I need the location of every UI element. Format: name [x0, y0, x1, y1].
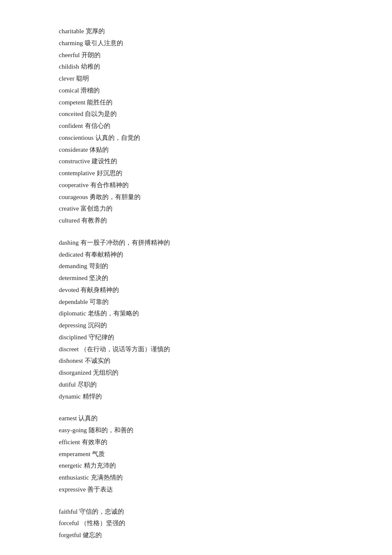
english-word: dynamic: [59, 393, 81, 400]
english-word: dedicated: [59, 251, 83, 258]
chinese-translation: 健忘的: [83, 532, 102, 538]
word-line: conscientious认真的，自觉的: [59, 132, 392, 144]
chinese-translation: 老练的，有策略的: [88, 310, 139, 317]
word-line: emperament气质: [59, 448, 392, 460]
english-word: faithful: [59, 508, 78, 515]
word-line: comical滑稽的: [59, 85, 392, 97]
word-line: dynamic精悍的: [59, 391, 392, 403]
english-word: discreet: [59, 346, 79, 353]
chinese-translation: 建设性的: [92, 158, 117, 165]
word-line: depressing沉闷的: [59, 320, 392, 332]
english-word: disorganized: [59, 369, 91, 376]
english-word: childish: [59, 63, 79, 70]
english-word: expressive: [59, 486, 86, 493]
word-line: diplomatic老练的，有策略的: [59, 308, 392, 320]
english-word: cooperative: [59, 182, 89, 188]
english-word: constructive: [59, 158, 90, 165]
chinese-translation: （在行动，说话等方面）谨慎的: [81, 346, 170, 353]
word-line: determined坚决的: [59, 272, 392, 284]
english-word: courageous: [59, 194, 88, 200]
chinese-translation: 有合作精神的: [90, 182, 129, 188]
chinese-translation: 认真的，自觉的: [95, 134, 140, 141]
english-word: devoted: [59, 286, 79, 293]
chinese-translation: 富创造力的: [81, 205, 112, 212]
english-word: clever: [59, 75, 75, 82]
word-line: dependable可靠的: [59, 296, 392, 308]
word-line: childish幼稚的: [59, 61, 392, 73]
word-line: disorganized无组织的: [59, 367, 392, 379]
english-word: earnest: [59, 415, 77, 422]
english-word: forgetful: [59, 532, 81, 538]
chinese-translation: 沉闷的: [88, 322, 107, 329]
english-word: diplomatic: [59, 310, 86, 317]
word-line: charitable宽厚的: [59, 26, 392, 38]
chinese-translation: 守信的，忠诚的: [79, 508, 124, 515]
english-word: charitable: [59, 28, 84, 35]
word-line: considerate体贴的: [59, 144, 392, 156]
word-line: competent能胜任的: [59, 97, 392, 109]
chinese-translation: 有奉献精神的: [85, 251, 123, 258]
english-word: emperament: [59, 451, 90, 457]
english-word: easy-going: [59, 427, 87, 434]
word-section-d-section: dashing有一股子冲劲的，有拼搏精神的dedicated有奉献精神的dema…: [59, 237, 392, 403]
english-word: charming: [59, 40, 83, 46]
chinese-translation: 有信心的: [85, 122, 110, 129]
english-word: cheerful: [59, 52, 80, 58]
english-word: depressing: [59, 322, 86, 329]
english-word: comical: [59, 87, 79, 94]
chinese-translation: 勇敢的，有胆量的: [89, 194, 141, 200]
chinese-translation: 精悍的: [83, 393, 102, 400]
chinese-translation: 聪明: [76, 75, 89, 82]
english-word: conscientious: [59, 134, 94, 141]
english-word: dependable: [59, 298, 88, 305]
chinese-translation: 认真的: [78, 415, 98, 422]
word-line: creative富创造力的: [59, 203, 392, 215]
english-word: energetic: [59, 462, 82, 469]
chinese-translation: 善于表达: [87, 486, 113, 493]
chinese-translation: 充满热情的: [91, 474, 123, 481]
word-line: constructive建设性的: [59, 156, 392, 168]
english-word: creative: [59, 205, 79, 212]
word-section-f-section: faithful守信的，忠诚的forceful（性格）坚强的forgetful健…: [59, 506, 392, 541]
chinese-translation: 有教养的: [81, 217, 107, 224]
english-word: considerate: [59, 146, 88, 153]
english-word: efficient: [59, 439, 80, 445]
word-line: dutiful尽职的: [59, 379, 392, 391]
word-line: enthusiastic充满热情的: [59, 472, 392, 484]
word-line: forgetful健忘的: [59, 529, 392, 541]
chinese-translation: 能胜任的: [87, 99, 112, 106]
word-section-e-section: earnest认真的easy-going随和的，和善的efficient有效率的…: [59, 413, 392, 495]
english-word: conceited: [59, 110, 83, 117]
english-word: dutiful: [59, 381, 76, 388]
chinese-translation: 有效率的: [82, 439, 107, 445]
chinese-translation: 气质: [92, 451, 105, 457]
chinese-translation: 滑稽的: [81, 87, 100, 94]
english-word: contemplative: [59, 170, 95, 176]
word-line: earnest认真的: [59, 413, 392, 425]
chinese-translation: 无组织的: [93, 369, 118, 376]
chinese-translation: 守纪律的: [89, 334, 114, 341]
english-word: dashing: [59, 239, 79, 246]
word-line: efficient有效率的: [59, 436, 392, 448]
word-line: devoted有献身精神的: [59, 284, 392, 296]
chinese-translation: 不诚实的: [85, 357, 110, 364]
chinese-translation: 吸引人注意的: [85, 40, 123, 46]
chinese-translation: 苛刻的: [89, 263, 108, 269]
english-word: forceful: [59, 520, 79, 526]
chinese-translation: 幼稚的: [81, 63, 100, 70]
word-line: dishonest不诚实的: [59, 355, 392, 367]
word-line: charming吸引人注意的: [59, 38, 392, 49]
word-line: faithful守信的，忠诚的: [59, 506, 392, 518]
chinese-translation: 随和的，和善的: [89, 427, 133, 434]
chinese-translation: 有一股子冲劲的，有拼搏精神的: [81, 239, 170, 246]
chinese-translation: 好沉思的: [97, 170, 122, 176]
word-line: cheerful开朗的: [59, 49, 392, 61]
word-line: cultured有教养的: [59, 215, 392, 227]
chinese-translation: 可靠的: [89, 298, 109, 305]
chinese-translation: 坚决的: [89, 275, 108, 281]
word-line: expressive善于表达: [59, 484, 392, 496]
chinese-translation: 体贴的: [89, 146, 109, 153]
word-line: dashing有一股子冲劲的，有拼搏精神的: [59, 237, 392, 249]
english-word: disciplined: [59, 334, 87, 341]
english-word: confident: [59, 122, 83, 129]
